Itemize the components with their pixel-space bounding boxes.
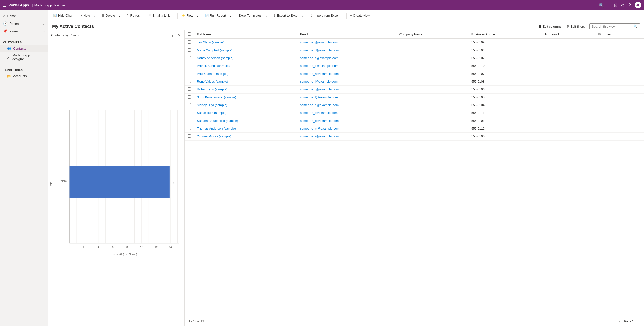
row-select-cell[interactable]: [185, 70, 194, 78]
prev-page-button[interactable]: ‹: [618, 319, 622, 324]
row-fullname[interactable]: Jim Glynn (sample): [194, 39, 297, 46]
row-checkbox[interactable]: [188, 87, 191, 91]
row-fullname[interactable]: Paul Cannon (sample): [194, 70, 297, 78]
import-excel-button[interactable]: ⇩ Import from Excel: [308, 13, 341, 18]
chart-more-icon[interactable]: ⋮: [170, 32, 175, 38]
sidebar-item-recent[interactable]: 🕐 Recent ⌄: [0, 20, 48, 27]
row-checkbox[interactable]: [188, 134, 191, 138]
row-select-cell[interactable]: [185, 46, 194, 54]
chart-close-icon[interactable]: ✕: [177, 32, 181, 38]
select-all-header[interactable]: [185, 30, 194, 39]
search-submit-icon[interactable]: 🔍: [633, 24, 638, 28]
row-email[interactable]: someone_j@example.com: [297, 39, 396, 46]
row-fullname[interactable]: Maria Campbell (sample): [194, 46, 297, 54]
row-select-cell[interactable]: [185, 62, 194, 70]
sidebar-item-accounts[interactable]: 📂 Accounts: [0, 73, 48, 79]
row-fullname[interactable]: Patrick Sands (sample): [194, 62, 297, 70]
col-phone[interactable]: Business Phone ⌄: [468, 30, 542, 39]
hamburger-icon[interactable]: ☰: [3, 3, 6, 8]
row-email[interactable]: someone_c@example.com: [297, 54, 396, 62]
new-dropdown-button[interactable]: ⌄: [92, 13, 96, 18]
row-select-cell[interactable]: [185, 86, 194, 94]
report-dropdown-button[interactable]: ⌄: [229, 13, 232, 18]
row-select-cell[interactable]: [185, 39, 194, 46]
row-checkbox[interactable]: [188, 48, 191, 52]
row-select-cell[interactable]: [185, 109, 194, 117]
filter-icon[interactable]: ⍁: [614, 3, 617, 7]
row-email[interactable]: someone_h@example.com: [297, 70, 396, 78]
row-email[interactable]: someone_d@example.com: [297, 46, 396, 54]
settings-icon[interactable]: ⚙: [621, 3, 625, 8]
excel-templates-dropdown[interactable]: ⌄: [264, 13, 268, 18]
create-view-button[interactable]: + Create view: [348, 13, 372, 18]
row-email[interactable]: someone_b@example.com: [297, 117, 396, 125]
row-select-cell[interactable]: [185, 54, 194, 62]
export-excel-button[interactable]: ⇪ Export to Excel: [271, 13, 300, 18]
row-checkbox[interactable]: [188, 111, 191, 114]
row-email[interactable]: someone_g@example.com: [297, 86, 396, 94]
email-link-button[interactable]: ✉ Email a Link: [147, 13, 172, 18]
row-select-cell[interactable]: [185, 125, 194, 133]
import-dropdown-button[interactable]: ⌄: [341, 13, 345, 18]
col-address[interactable]: Address 1 ⌄: [542, 30, 595, 39]
sidebar-item-home[interactable]: ⌂ Home: [0, 12, 48, 20]
row-email[interactable]: someone_k@example.com: [297, 62, 396, 70]
edit-columns-button[interactable]: ☷ Edit columns: [537, 24, 563, 29]
sidebar-item-modern-app[interactable]: 🖌 Modern app designe...: [0, 52, 48, 62]
select-all-checkbox[interactable]: [188, 32, 191, 36]
delete-button[interactable]: 🗑 Delete: [99, 13, 117, 18]
row-fullname[interactable]: Sidney Higa (sample): [194, 101, 297, 109]
row-checkbox[interactable]: [188, 119, 191, 122]
row-checkbox[interactable]: [188, 127, 191, 130]
row-checkbox[interactable]: [188, 64, 191, 67]
view-title[interactable]: My Active Contacts ⌄: [52, 24, 98, 29]
add-icon[interactable]: +: [608, 3, 610, 7]
export-dropdown-button[interactable]: ⌄: [301, 13, 305, 18]
row-select-cell[interactable]: [185, 117, 194, 125]
chart-title-button[interactable]: Contacts by Role ⌄: [51, 33, 79, 37]
row-select-cell[interactable]: [185, 133, 194, 141]
excel-templates-button[interactable]: ​ Excel Templates: [236, 13, 264, 18]
flow-button[interactable]: ⚡ Flow: [179, 13, 195, 18]
row-email[interactable]: someone_f@example.com: [297, 94, 396, 101]
row-fullname[interactable]: Susanna Stubberod (sample): [194, 117, 297, 125]
email-dropdown-button[interactable]: ⌄: [172, 13, 176, 18]
row-checkbox[interactable]: [188, 40, 191, 44]
row-checkbox[interactable]: [188, 80, 191, 83]
delete-dropdown-button[interactable]: ⌄: [118, 13, 121, 18]
row-email[interactable]: someone_a@example.com: [297, 133, 396, 141]
row-checkbox[interactable]: [188, 95, 191, 99]
edit-filters-button[interactable]: ⍁ Edit filters: [566, 24, 586, 29]
help-icon[interactable]: ?: [629, 3, 631, 7]
sidebar-item-pinned[interactable]: 📌 Pinned ⌄: [0, 27, 48, 35]
row-select-cell[interactable]: [185, 94, 194, 101]
next-page-button[interactable]: ›: [636, 319, 640, 324]
row-email[interactable]: someone_l@example.com: [297, 109, 396, 117]
flow-dropdown-button[interactable]: ⌄: [196, 13, 199, 18]
search-input[interactable]: [592, 25, 633, 28]
row-checkbox[interactable]: [188, 56, 191, 59]
row-select-cell[interactable]: [185, 101, 194, 109]
row-select-cell[interactable]: [185, 78, 194, 86]
row-fullname[interactable]: Thomas Andersen (sample): [194, 125, 297, 133]
row-email[interactable]: someone_e@example.com: [297, 101, 396, 109]
col-birthday[interactable]: Birthday ⌄: [595, 30, 644, 39]
col-email[interactable]: Email ⌄: [297, 30, 396, 39]
sidebar-item-contacts[interactable]: 👥 Contacts: [0, 45, 48, 52]
row-fullname[interactable]: Scott Konersmann (sample): [194, 94, 297, 101]
row-checkbox[interactable]: [188, 103, 191, 106]
new-button[interactable]: + New: [79, 13, 92, 18]
col-company[interactable]: Company Name ⌄: [396, 30, 468, 39]
row-fullname[interactable]: Rene Valdes (sample): [194, 78, 297, 86]
col-fullname[interactable]: Full Name ↑: [194, 30, 297, 39]
run-report-button[interactable]: 📄 Run Report: [203, 13, 228, 18]
search-icon[interactable]: 🔍: [599, 3, 604, 8]
row-fullname[interactable]: Robert Lyon (sample): [194, 86, 297, 94]
row-fullname[interactable]: Susan Burk (sample): [194, 109, 297, 117]
hide-chart-button[interactable]: 📊 Hide Chart: [51, 13, 75, 18]
user-avatar[interactable]: JL: [635, 2, 641, 8]
row-checkbox[interactable]: [188, 72, 191, 75]
row-fullname[interactable]: Yvonne McKay (sample): [194, 133, 297, 141]
row-email[interactable]: someone_m@example.com: [297, 125, 396, 133]
row-fullname[interactable]: Nancy Anderson (sample): [194, 54, 297, 62]
